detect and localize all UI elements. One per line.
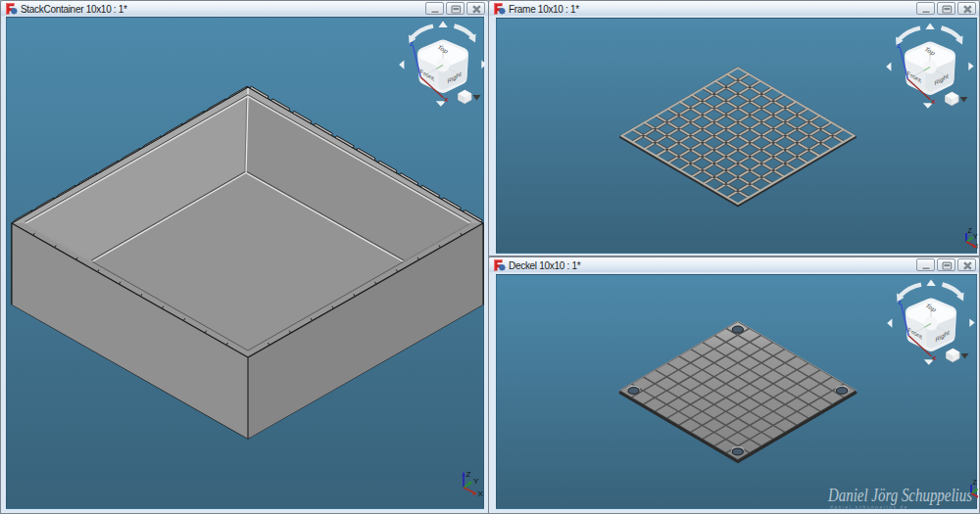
svg-text:Daniel Jörg Schuppelius: Daniel Jörg Schuppelius — [827, 486, 972, 505]
svg-text:daniel-schuppelius.de: daniel-schuppelius.de — [830, 504, 908, 509]
